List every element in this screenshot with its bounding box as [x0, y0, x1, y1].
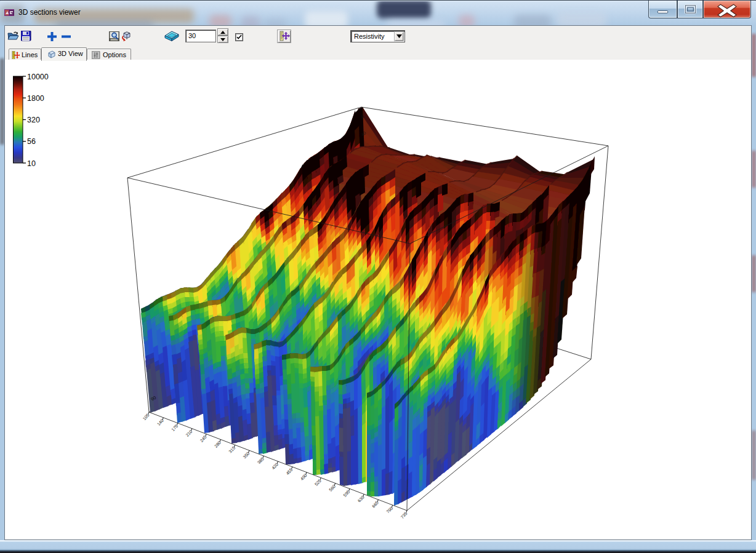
svg-text:175: 175 — [171, 424, 179, 432]
svg-text:280: 280 — [214, 440, 222, 448]
svg-text:350: 350 — [242, 451, 250, 459]
svg-text:140: 140 — [156, 418, 164, 426]
svg-text:560: 560 — [328, 484, 336, 492]
svg-text:105: 105 — [142, 413, 150, 421]
svg-text:385: 385 — [257, 456, 265, 464]
svg-text:700: 700 — [385, 506, 393, 514]
svg-text:420: 420 — [271, 462, 279, 470]
svg-text:315: 315 — [228, 445, 236, 453]
svg-text:630: 630 — [357, 495, 365, 503]
svg-text:245: 245 — [199, 435, 207, 443]
svg-text:595: 595 — [342, 489, 350, 497]
svg-text:455: 455 — [285, 467, 293, 475]
svg-text:210: 210 — [185, 429, 193, 437]
svg-text:525: 525 — [314, 479, 322, 487]
svg-text:665: 665 — [371, 500, 379, 508]
svg-text:490: 490 — [300, 473, 308, 481]
svg-text:735: 735 — [400, 511, 408, 519]
